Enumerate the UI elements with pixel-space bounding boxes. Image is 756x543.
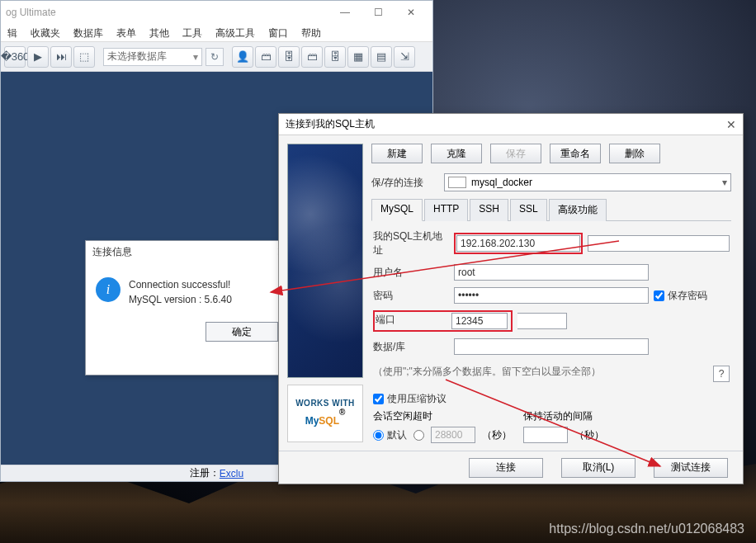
tb-export-icon[interactable]: ⇲ <box>394 46 415 68</box>
tb-layout-icon[interactable]: ▤ <box>371 46 392 68</box>
menu-help[interactable]: 帮助 <box>295 24 328 41</box>
db-label: 数据/库 <box>373 340 449 354</box>
port-extra-input[interactable] <box>517 313 567 329</box>
saved-conn-select[interactable]: mysql_docker <box>444 173 731 191</box>
conn-tabs: MySQL HTTP SSH SSL 高级功能 <box>371 198 731 221</box>
close-button[interactable]: ✕ <box>395 2 428 22</box>
status-prefix: 注册： <box>190 466 220 480</box>
host-label: 我的SQL主机地址 <box>373 229 449 257</box>
info-dialog-titlebar[interactable]: 连接信息 ✕ <box>86 241 293 262</box>
info-icon: i <box>96 277 120 302</box>
tb-run-icon[interactable]: ▶ <box>27 46 49 68</box>
help-icon[interactable]: ? <box>713 366 730 382</box>
keepalive-title: 保持活动的间隔 <box>523 409 604 423</box>
pwd-label: 密码 <box>373 289 449 303</box>
compress-checkbox[interactable]: 使用压缩协议 <box>373 392 730 406</box>
keepalive-input[interactable] <box>523 427 568 443</box>
menu-table[interactable]: 表单 <box>110 24 143 41</box>
user-label: 用户名 <box>373 266 449 280</box>
host-highlight <box>454 233 583 254</box>
clone-conn-button[interactable]: 克隆 <box>431 144 482 163</box>
toolbar: �360 ▶ ⏭ ⬚ 未选择数据库 ↻ 👤 🗃 🗄 🗃 🗄 ▦ ▤ ⇲ <box>1 42 432 72</box>
status-register-link[interactable]: Exclu <box>220 468 243 479</box>
info-ok-button[interactable]: 确定 <box>206 322 278 342</box>
port-label: 端口 <box>376 313 448 329</box>
watermark: https://blog.csdn.net/u012068483 <box>549 522 744 536</box>
mysql-badge: WORKS WITH MySQL® <box>287 385 363 442</box>
menu-tools[interactable]: 工具 <box>176 24 209 41</box>
menu-other[interactable]: 其他 <box>143 24 176 41</box>
connection-info-dialog: 连接信息 ✕ i Connection successful! MySQL ve… <box>85 240 294 375</box>
connect-close-icon[interactable]: ✕ <box>726 118 736 131</box>
tb-db1-icon[interactable]: 🗃 <box>255 46 276 68</box>
saved-conn-label: 保/存的连接 <box>371 176 437 190</box>
database-selector[interactable]: 未选择数据库 <box>103 48 202 66</box>
maximize-button[interactable]: ☐ <box>361 2 395 22</box>
rename-conn-button[interactable]: 重命名 <box>550 144 601 163</box>
main-titlebar[interactable]: og Ultimate — ☐ ✕ <box>1 1 432 24</box>
refresh-icon[interactable]: ↻ <box>206 48 224 66</box>
idle-title: 会话空闲超时 <box>373 409 512 423</box>
tab-ssh[interactable]: SSH <box>470 199 508 221</box>
password-input[interactable] <box>454 287 649 304</box>
tb-new-connect-icon[interactable]: �360 <box>4 46 26 68</box>
tb-db2-icon[interactable]: 🗄 <box>278 46 300 68</box>
port-input[interactable] <box>451 313 508 329</box>
idle-custom-radio[interactable] <box>413 430 424 441</box>
info-line1: Connection successful! <box>129 277 232 292</box>
tb-db4-icon[interactable]: 🗄 <box>324 46 346 68</box>
menu-advanced[interactable]: 高级工具 <box>209 24 262 41</box>
tab-advanced[interactable]: 高级功能 <box>549 199 607 221</box>
tb-user-icon[interactable]: 👤 <box>232 46 253 68</box>
menu-edit[interactable]: 辑 <box>1 24 24 41</box>
connect-dialog-title: 连接到我的SQL主机 <box>286 117 375 131</box>
connect-dialog: 连接到我的SQL主机 ✕ WORKS WITH MySQL® 新建 克隆 保存 … <box>278 113 744 484</box>
puzzle-image <box>287 144 363 378</box>
connect-dialog-titlebar[interactable]: 连接到我的SQL主机 ✕ <box>279 114 743 135</box>
tb-format-icon[interactable]: ⬚ <box>73 46 95 68</box>
save-password-checkbox[interactable]: 保存密码 <box>654 289 730 303</box>
new-conn-button[interactable]: 新建 <box>371 144 423 163</box>
info-line2: MySQL version : 5.6.40 <box>129 292 232 307</box>
port-highlight: 端口 <box>373 310 513 332</box>
db-hint: （使用";"来分隔多个数据库。留下空白以显示全部） <box>373 365 601 379</box>
info-text: Connection successful! MySQL version : 5… <box>129 277 232 307</box>
host-input[interactable] <box>456 235 580 252</box>
database-input[interactable] <box>454 338 649 355</box>
info-dialog-title: 连接信息 <box>92 245 132 259</box>
delete-conn-button[interactable]: 删除 <box>609 144 660 163</box>
save-conn-button[interactable]: 保存 <box>490 144 541 163</box>
tb-run-all-icon[interactable]: ⏭ <box>50 46 72 68</box>
main-title: og Ultimate <box>6 7 328 18</box>
test-connection-button[interactable]: 测试连接 <box>654 458 728 478</box>
host-extra-input[interactable] <box>588 235 730 252</box>
idle-default-radio[interactable]: 默认 <box>373 428 407 442</box>
cancel-button[interactable]: 取消(L) <box>561 458 636 478</box>
tb-db3-icon[interactable]: 🗃 <box>301 46 323 68</box>
tab-mysql[interactable]: MySQL <box>371 199 423 221</box>
menu-bar: 辑 收藏夹 数据库 表单 其他 工具 高级工具 窗口 帮助 <box>1 24 432 42</box>
tab-http[interactable]: HTTP <box>424 199 468 221</box>
idle-seconds-input[interactable] <box>431 427 475 443</box>
tab-ssl[interactable]: SSL <box>510 199 547 221</box>
minimize-button[interactable]: — <box>328 2 361 22</box>
connect-button[interactable]: 连接 <box>469 458 543 478</box>
menu-favorites[interactable]: 收藏夹 <box>24 24 67 41</box>
user-input[interactable] <box>454 264 649 281</box>
menu-database[interactable]: 数据库 <box>67 24 110 41</box>
menu-window[interactable]: 窗口 <box>262 24 295 41</box>
tb-grid-icon[interactable]: ▦ <box>347 46 369 68</box>
